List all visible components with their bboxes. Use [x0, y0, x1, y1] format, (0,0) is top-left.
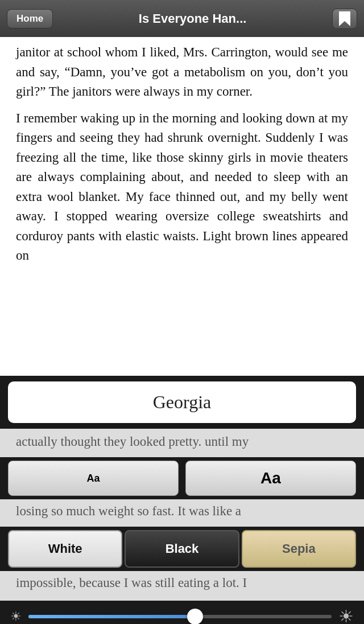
brightness-row: ☀ ☀ [0, 601, 364, 624]
brightness-high-icon: ☀ [338, 606, 354, 624]
app-header: Home Is Everyone Han... [0, 0, 364, 37]
bookmark-icon [338, 11, 351, 27]
font-settings-panel: Georgia actually thought they looked pre… [0, 376, 364, 624]
font-size-small-button[interactable]: Aa [8, 461, 179, 496]
book-paragraph-2: I remember waking up in the morning and … [16, 109, 348, 266]
theme-black-button[interactable]: Black [125, 530, 239, 568]
book-text-area: janitor at school whom I liked, Mrs. Car… [0, 37, 364, 418]
theme-row: White Black Sepia [0, 530, 364, 568]
font-size-large-button[interactable]: Aa [185, 461, 356, 496]
page-title: Is Everyone Han... [53, 11, 332, 26]
brightness-fill [28, 615, 195, 618]
svg-marker-0 [339, 11, 350, 26]
font-size-row: Aa Aa [0, 461, 364, 496]
font-name-display: Georgia [8, 381, 356, 423]
brightness-thumb[interactable] [187, 609, 203, 625]
text-strip-1: actually thought they looked pretty. unt… [0, 429, 364, 457]
theme-sepia-button[interactable]: Sepia [242, 530, 356, 568]
home-button[interactable]: Home [7, 9, 53, 28]
text-strip-3: impossible, because I was still eating a… [0, 571, 364, 601]
brightness-slider[interactable] [28, 615, 332, 618]
text-strip-2: losing so much weight so fast. It was li… [0, 499, 364, 527]
book-paragraph-1: janitor at school whom I liked, Mrs. Car… [16, 43, 348, 102]
brightness-low-icon: ☀ [10, 609, 22, 624]
theme-white-button[interactable]: White [8, 530, 122, 568]
bookmark-button[interactable] [332, 9, 357, 29]
